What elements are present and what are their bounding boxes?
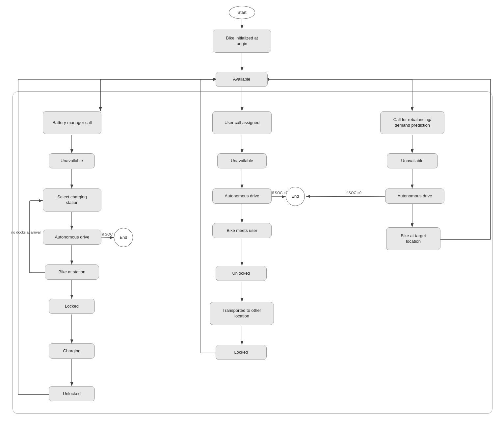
- user-call-node: User call assigned: [212, 111, 272, 134]
- auto-drive-right-node: Autonomous drive: [385, 188, 444, 204]
- transported-node: Transported to otherlocation: [210, 302, 274, 325]
- outer-border: [13, 91, 492, 414]
- end-left-node: End: [114, 228, 133, 247]
- unlocked-mid-node: Unlocked: [216, 266, 267, 281]
- soc-label-right: if SOC =0: [346, 191, 361, 195]
- bike-at-station-node: Bike at station: [45, 264, 99, 280]
- unlocked-left-node: Unlocked: [49, 386, 95, 401]
- charging-node: Charging: [49, 343, 95, 359]
- locked-mid-bottom-node: Locked: [216, 345, 267, 360]
- auto-drive-mid-node: Autonomous drive: [212, 188, 272, 204]
- select-charging-node: Select chargingstation: [43, 188, 101, 212]
- bike-meets-user-node: Bike meets user: [212, 223, 272, 238]
- start-node: Start: [229, 6, 255, 19]
- soc-label-mid: if SOC =0: [272, 191, 288, 195]
- locked-left-node: Locked: [49, 299, 95, 314]
- auto-drive-left-node: Autonomous drive: [43, 230, 101, 245]
- flowchart-container: if SOC =0 if SOC =0 if SOC =0 no docks a…: [0, 0, 504, 425]
- no-docks-label: no docks at arrival: [11, 230, 40, 234]
- bike-init-node: Bike initialized atorigin: [213, 30, 271, 53]
- unavailable-right-node: Unavailable: [387, 153, 438, 168]
- rebalancing-call-node: Call for rebalancing/demand prediction: [380, 111, 444, 134]
- battery-call-node: Battery manager call: [43, 111, 101, 134]
- unavailable-left-node: Unavailable: [49, 153, 95, 168]
- end-mid-node: End: [286, 187, 305, 206]
- available-node: Available: [216, 72, 268, 87]
- bike-at-target-node: Bike at targetlocation: [386, 227, 440, 250]
- unavailable-mid-node: Unavailable: [217, 153, 267, 168]
